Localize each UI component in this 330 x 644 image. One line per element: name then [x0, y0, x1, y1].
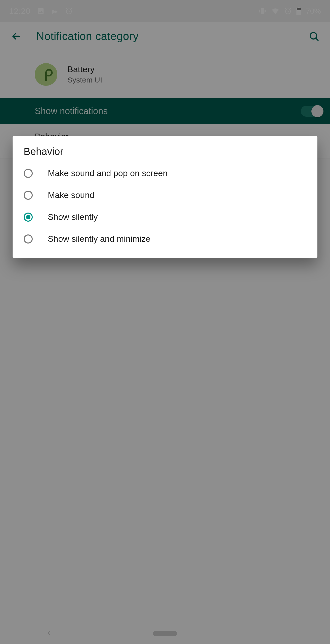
radio-label: Show silently: [48, 212, 98, 222]
radio-icon: [24, 234, 33, 244]
radio-icon: [24, 191, 33, 200]
radio-label: Show silently and minimize: [48, 234, 150, 244]
radio-icon: [24, 213, 33, 222]
radio-label: Make sound and pop on screen: [48, 168, 168, 178]
radio-option-make-sound[interactable]: Make sound: [13, 184, 317, 206]
radio-icon: [24, 169, 33, 178]
dialog-title: Behavior: [13, 146, 317, 162]
radio-option-make-sound-pop[interactable]: Make sound and pop on screen: [13, 162, 317, 184]
modal-scrim[interactable]: [0, 0, 330, 644]
radio-option-show-silently-minimize[interactable]: Show silently and minimize: [13, 228, 317, 250]
radio-label: Make sound: [48, 190, 94, 200]
behavior-dialog: Behavior Make sound and pop on screen Ma…: [13, 136, 317, 258]
radio-option-show-silently[interactable]: Show silently: [13, 206, 317, 228]
